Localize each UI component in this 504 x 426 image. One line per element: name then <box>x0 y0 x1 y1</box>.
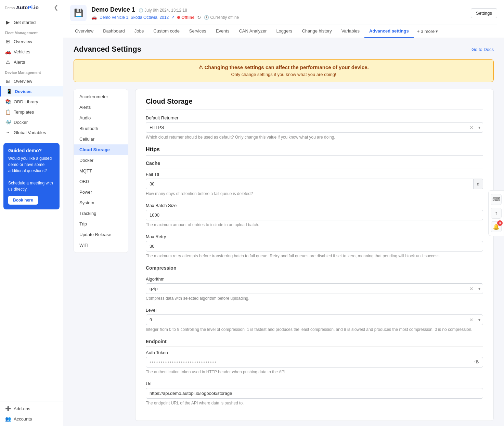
nav-mqtt[interactable]: MQTT <box>74 166 128 176</box>
page-title-row: Advanced Settings Go to Docs <box>74 45 494 54</box>
default-returner-select[interactable]: HTTPS MQTT <box>146 122 483 133</box>
device-meta: 🚗 Demo Vehicle 1, Skoda Octavia, 2012 ↗ … <box>91 15 239 20</box>
device-header-top: 💾 Demo Device 1 🕐 July 9th 2024, 13:12:1… <box>70 5 497 21</box>
nav-wifi[interactable]: WiFi <box>74 240 128 250</box>
nav-audio[interactable]: Audio <box>74 113 128 123</box>
up-arrow-icon: ↑ <box>495 210 497 216</box>
level-field: Level 9 0123 45678 ✕ ▾ Integer from 0 to… <box>146 308 483 333</box>
nav-cloud-storage[interactable]: Cloud Storage <box>74 144 128 155</box>
right-float-panel: ⌨ ↑ 🔔 3 <box>488 190 504 236</box>
nav-obd[interactable]: OBD <box>74 176 128 187</box>
sidebar-label: Add-ons <box>14 406 30 411</box>
content-columns: Accelerometer Alerts Audio Bluetooth Cel… <box>74 89 494 421</box>
guided-demo-title: Guided demo? <box>8 148 55 153</box>
offline-dot <box>177 16 180 19</box>
max-retry-field: Max Retry The maximum retry attempts bef… <box>146 234 483 259</box>
logo: Demo AutoPi.io <box>5 4 39 10</box>
sidebar-label: Devices <box>15 89 31 94</box>
offline-clock-icon: 🕐 <box>204 15 209 20</box>
algorithm-select[interactable]: gzip none <box>146 283 483 294</box>
sidebar-item-global-variables[interactable]: ~ Global Variables <box>0 127 63 138</box>
tab-variables[interactable]: Variables <box>337 25 364 38</box>
sidebar-item-devices[interactable]: 📱 Devices <box>0 86 63 96</box>
fail-ttl-unit: d <box>474 179 483 189</box>
tab-overview[interactable]: Overview <box>70 25 98 38</box>
url-input[interactable] <box>146 388 483 399</box>
scroll-up-button[interactable]: ↑ <box>491 208 502 219</box>
fail-ttl-input[interactable] <box>146 179 474 189</box>
nav-trip[interactable]: Trip <box>74 219 128 229</box>
nav-accelerometer[interactable]: Accelerometer <box>74 91 128 102</box>
sidebar-item-templates[interactable]: 📋 Templates <box>0 107 63 117</box>
currently-label: Currently offline <box>210 15 239 20</box>
sidebar-item-obd-library[interactable]: 📚 OBD Library <box>0 96 63 107</box>
max-retry-desc: The maximum retry attempts before transf… <box>146 253 483 259</box>
addons-icon: ➕ <box>5 406 11 411</box>
settings-button[interactable]: Settings <box>471 8 497 18</box>
tab-can-analyzer[interactable]: CAN Analyzer <box>234 25 271 38</box>
nav-tracking[interactable]: Tracking <box>74 208 128 219</box>
device-info: 💾 Demo Device 1 🕐 July 9th 2024, 13:12:1… <box>70 5 239 21</box>
terminal-button[interactable]: ⌨ <box>491 194 502 205</box>
collapse-button[interactable]: ❮ <box>54 4 58 11</box>
max-retry-input[interactable] <box>146 241 483 251</box>
nav-system[interactable]: System <box>74 197 128 208</box>
tab-change-history[interactable]: Change history <box>297 25 336 38</box>
sidebar-item-alerts[interactable]: ⚠ Alerts <box>0 57 63 67</box>
device-icon: 📱 <box>6 89 12 94</box>
grid-icon: ⊞ <box>5 39 11 44</box>
warning-sub: Only change settings if you know what yo… <box>81 72 487 77</box>
tab-advanced-settings[interactable]: Advanced settings <box>364 25 414 38</box>
logo-area: Demo AutoPi.io ❮ <box>0 0 63 15</box>
algorithm-clear-btn[interactable]: ✕ <box>469 286 474 292</box>
default-returner-clear-btn[interactable]: ✕ <box>469 125 474 130</box>
level-clear-btn[interactable]: ✕ <box>469 317 474 323</box>
sidebar-item-vehicles[interactable]: 🚗 Vehicles <box>0 47 63 57</box>
page-title: Advanced Settings <box>74 45 141 54</box>
sidebar-label: Global Variables <box>14 130 46 135</box>
device-tabs: Overview Dashboard Jobs Custom code Serv… <box>70 25 497 38</box>
fail-ttl-label: Fail Ttl <box>146 172 483 177</box>
tab-custom-code[interactable]: Custom code <box>148 25 184 38</box>
nav-power[interactable]: Power <box>74 187 128 197</box>
default-returner-desc: Which cloud returner should be used as d… <box>146 134 483 140</box>
nav-cellular[interactable]: Cellular <box>74 134 128 144</box>
device-name-block: Demo Device 1 🕐 July 9th 2024, 13:12:18 … <box>91 6 239 20</box>
cache-title: Cache <box>146 160 483 168</box>
nav-bluetooth[interactable]: Bluetooth <box>74 123 128 134</box>
sidebar-item-overview-fleet[interactable]: ⊞ Overview <box>0 36 63 47</box>
tab-services[interactable]: Services <box>184 25 211 38</box>
tab-dashboard[interactable]: Dashboard <box>98 25 130 38</box>
template-icon: 📋 <box>5 109 11 115</box>
https-title: Https <box>146 146 483 156</box>
alert-icon: ⚠ <box>5 59 11 65</box>
fail-ttl-input-wrapper: d <box>146 179 483 189</box>
vehicle-link[interactable]: Demo Vehicle 1, Skoda Octavia, 2012 <box>100 15 169 20</box>
url-label: Url <box>146 381 483 386</box>
go-to-docs-link[interactable]: Go to Docs <box>471 47 494 52</box>
nav-update-release[interactable]: Update Release <box>74 229 128 240</box>
auth-token-input[interactable] <box>146 357 483 367</box>
refresh-button[interactable]: ↻ <box>197 15 201 20</box>
nav-docker[interactable]: Docker <box>74 155 128 166</box>
sidebar-item-get-started[interactable]: ▶ Get started <box>0 17 63 27</box>
tab-more[interactable]: + 3 more ▾ <box>414 25 442 38</box>
max-retry-label: Max Retry <box>146 234 483 239</box>
sidebar-item-add-ons[interactable]: ➕ Add-ons <box>0 403 63 414</box>
password-eye-button[interactable]: 👁 <box>474 359 480 365</box>
level-select[interactable]: 9 0123 45678 <box>146 314 483 325</box>
sidebar-item-docker[interactable]: 🐳 Docker <box>0 117 63 127</box>
device-header: 💾 Demo Device 1 🕐 July 9th 2024, 13:12:1… <box>63 0 504 38</box>
sidebar-item-accounts[interactable]: 👥 Accounts <box>0 414 63 424</box>
notification-button[interactable]: 🔔 3 <box>491 221 502 232</box>
tab-jobs[interactable]: Jobs <box>130 25 148 38</box>
tab-loggers[interactable]: Loggers <box>271 25 297 38</box>
tab-events[interactable]: Events <box>211 25 234 38</box>
sidebar-item-overview-device[interactable]: ⊞ Overview <box>0 76 63 86</box>
accounts-icon: 👥 <box>5 416 11 422</box>
nav-alerts[interactable]: Alerts <box>74 102 128 113</box>
max-batch-size-input[interactable] <box>146 210 483 220</box>
sidebar-label: Vehicles <box>14 49 30 54</box>
clock-icon: 🕐 <box>139 8 143 12</box>
book-here-link[interactable]: Book here <box>8 196 38 205</box>
